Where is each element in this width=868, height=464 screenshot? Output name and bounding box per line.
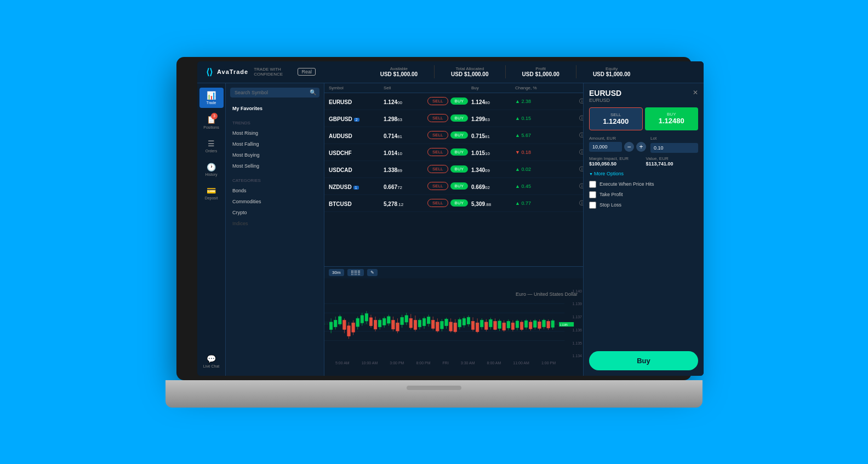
symbol-cell: BTCUSD — [329, 198, 384, 208]
svg-rect-86 — [507, 321, 510, 328]
change-cell: ▲ 0.45 — [515, 184, 559, 189]
svg-rect-48 — [422, 318, 425, 325]
table-row[interactable]: BTCUSD 5,278.12 SELL BUY 5,309.88 ▲ 0.77… — [324, 195, 583, 212]
svg-rect-64 — [458, 319, 461, 326]
search-icon: 🔍 — [310, 89, 316, 95]
instrument-name: EURUSD — [589, 89, 621, 98]
sidebar-item-trade[interactable]: 📊 Trade — [199, 88, 224, 108]
sell-button[interactable]: SELL — [427, 148, 448, 156]
buy-button[interactable]: BUY — [450, 114, 468, 122]
stop-loss-checkbox[interactable] — [589, 202, 596, 209]
table-row[interactable]: GBPUSD2 1.29863 SELL BUY 1.29963 ▲ 0.15 … — [324, 110, 583, 127]
svg-rect-6 — [329, 322, 332, 329]
sell-button[interactable]: SELL — [427, 97, 448, 105]
execute-checkbox[interactable] — [589, 181, 596, 188]
timeframe-button[interactable]: 30m — [329, 269, 344, 276]
table-row[interactable]: NZDUSD1 0.66772 SELL BUY 0.66902 ▲ 0.45 … — [324, 178, 583, 195]
impact-row: Margin Impact, EUR $100,050.50 Value, EU… — [589, 156, 698, 167]
sell-price-cell: 1.01410 — [384, 147, 427, 157]
sell-button[interactable]: SELL — [427, 114, 448, 122]
buy-button[interactable]: BUY — [450, 148, 468, 156]
amount-field: Amount, EUR − + — [589, 136, 646, 153]
action-btns: SELL BUY — [427, 199, 471, 207]
svg-rect-40 — [405, 315, 408, 322]
close-panel-button[interactable]: ✕ — [693, 89, 698, 96]
main-buy-button[interactable]: Buy — [589, 351, 698, 370]
buy-button[interactable]: BUY — [450, 182, 468, 190]
nav-commodities[interactable]: Commodities — [226, 196, 324, 207]
take-profit-checkbox[interactable] — [589, 191, 596, 198]
nav-most-falling[interactable]: Most Falling — [226, 139, 324, 150]
svg-rect-36 — [396, 323, 399, 331]
nav-indices[interactable]: Indices — [226, 218, 324, 229]
amount-decrement[interactable]: − — [624, 142, 634, 152]
info-icon[interactable]: ⓘ — [579, 98, 583, 105]
action-btns: SELL BUY — [427, 97, 471, 105]
table-row[interactable]: AUDUSD 0.71481 SELL BUY 0.71581 ▲ 5.67 ⓘ… — [324, 127, 583, 144]
sidebar-item-deposit[interactable]: 💳 Deposit — [199, 183, 224, 203]
change-cell: ▲ 0.15 — [515, 116, 559, 121]
sell-button[interactable]: SELL — [427, 165, 448, 173]
info-icon[interactable]: ⓘ — [579, 199, 583, 207]
deposit-icon: 💳 — [207, 186, 216, 195]
nav-most-buying[interactable]: Most Buying — [226, 150, 324, 161]
svg-rect-60 — [449, 322, 452, 331]
nav-most-rising[interactable]: Most Rising — [226, 128, 324, 139]
amount-increment[interactable]: + — [636, 142, 646, 152]
info-icon[interactable]: ⓘ — [579, 114, 583, 122]
symbol-cell: USDCHF — [329, 147, 384, 157]
sell-button[interactable]: SELL — [427, 131, 448, 139]
info-icon[interactable]: ⓘ — [579, 165, 583, 173]
chart-draw-button[interactable]: ✎ — [367, 269, 378, 276]
buy-button[interactable]: BUY — [450, 131, 468, 139]
svg-rect-16 — [352, 323, 355, 332]
more-options-button[interactable]: More Options — [589, 171, 698, 176]
nav-most-selling[interactable]: Most Selling — [226, 161, 324, 171]
sell-button[interactable]: SELL — [427, 182, 448, 190]
search-box: 🔍 — [226, 83, 324, 101]
action-btns: SELL BUY — [427, 131, 471, 139]
nav-favorites[interactable]: My Favorites — [226, 103, 324, 114]
sell-price-button[interactable]: SELL 1.12400 — [589, 107, 643, 130]
table-row[interactable]: USDCAD 1.33889 SELL BUY 1.34009 ▲ 0.02 ⓘ… — [324, 161, 583, 178]
svg-rect-18 — [356, 318, 359, 326]
row-actions: ⓘ ★ — [559, 114, 583, 122]
buy-price-cell: 1.29963 — [471, 113, 515, 123]
lot-input[interactable] — [650, 143, 698, 153]
svg-rect-50 — [427, 317, 430, 323]
sell-button[interactable]: SELL — [427, 199, 448, 207]
info-icon[interactable]: ⓘ — [579, 148, 583, 156]
sidebar-item-history[interactable]: 🕐 History — [199, 159, 224, 180]
svg-rect-68 — [467, 317, 470, 324]
info-icon[interactable]: ⓘ — [579, 131, 583, 139]
logo-area: ⟨⟩ AvaTrade TRADE WITH CONFIDENCE Real — [206, 67, 316, 77]
nav-bonds[interactable]: Bonds — [226, 185, 324, 196]
svg-rect-44 — [414, 320, 416, 329]
buy-button[interactable]: BUY — [450, 165, 468, 173]
categories-header: Categories — [226, 176, 324, 185]
sidebar-item-livechat[interactable]: 💬 Live Chat — [199, 351, 224, 371]
table-row[interactable]: USDCHF 1.01410 SELL BUY 1.01510 ▼ 0.18 ⓘ… — [324, 144, 583, 161]
amount-input[interactable] — [589, 142, 622, 152]
buy-button[interactable]: BUY — [450, 199, 468, 207]
th-symbol: Symbol — [329, 85, 384, 90]
info-icon[interactable]: ⓘ — [579, 182, 583, 190]
chart-type-button[interactable]: ⣿⣿⣿ — [347, 269, 364, 276]
action-btns: SELL BUY — [427, 114, 471, 122]
search-input[interactable] — [230, 88, 319, 98]
sidebar-item-positions[interactable]: 📋 3 Positions — [199, 111, 224, 133]
buy-price-button[interactable]: BUY 1.12480 — [645, 107, 699, 130]
stop-loss-label: Stop Loss — [599, 202, 621, 208]
change-cell: ▼ 0.18 — [515, 150, 559, 155]
margin-value: $100,050.50 — [589, 161, 642, 167]
svg-rect-82 — [498, 320, 501, 328]
sell-label: SELL — [594, 112, 638, 117]
table-row[interactable]: EURUSD 1.12400 SELL BUY 1.12480 ▲ 2.38 ⓘ… — [324, 93, 583, 110]
buy-button[interactable]: BUY — [450, 98, 468, 105]
sell-price-cell: 0.71481 — [384, 130, 427, 140]
logo-icon: ⟨⟩ — [206, 67, 213, 77]
sidebar-item-orders[interactable]: ☰ Orders — [199, 136, 224, 156]
svg-rect-58 — [445, 319, 448, 325]
change-cell: ▲ 0.02 — [515, 167, 559, 172]
nav-crypto[interactable]: Crypto — [226, 207, 324, 218]
